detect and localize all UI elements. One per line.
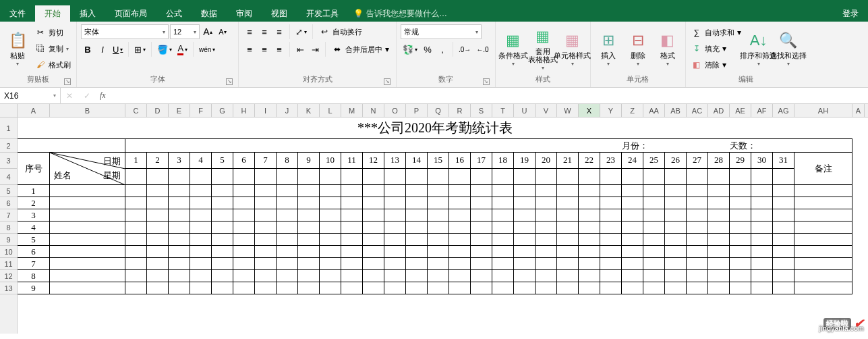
dialog-launcher-icon[interactable]: ↘	[226, 78, 233, 85]
table-row[interactable]: 9	[18, 282, 852, 294]
row-header-7[interactable]: 7	[0, 209, 17, 221]
col-header-E[interactable]: E	[169, 104, 190, 117]
tab-file[interactable]: 文件	[0, 5, 35, 22]
italic-button[interactable]: I	[96, 42, 109, 57]
table-row[interactable]: 6	[18, 246, 852, 258]
align-middle-button[interactable]: ≡	[258, 24, 271, 39]
col-header-AB[interactable]: AB	[665, 104, 687, 117]
comma-button[interactable]: ,	[436, 42, 449, 57]
cell-styles-button[interactable]: ▦单元格样式▾	[559, 24, 586, 73]
align-center-button[interactable]: ≡	[258, 42, 271, 57]
col-header-G[interactable]: G	[212, 104, 233, 117]
row-header-5[interactable]: 5	[0, 185, 17, 197]
underline-button[interactable]: U▾	[111, 42, 125, 57]
row-header-13[interactable]: 13	[0, 282, 17, 294]
col-header-F[interactable]: F	[190, 104, 212, 117]
borders-button[interactable]: ⊞▾	[132, 42, 148, 57]
cancel-formula-button[interactable]: ✕	[61, 91, 78, 101]
col-header-B[interactable]: B	[50, 104, 125, 117]
tab-review[interactable]: 审阅	[227, 5, 262, 22]
increase-indent-button[interactable]: ⇥	[308, 42, 322, 57]
font-color-button[interactable]: A▾	[175, 42, 190, 57]
dialog-launcher-icon[interactable]: ↘	[483, 78, 490, 85]
conditional-format-button[interactable]: ▦条件格式▾	[500, 24, 527, 73]
col-header-W[interactable]: W	[557, 104, 579, 117]
tell-me-search[interactable]: 💡 告诉我您想要做什么…	[353, 5, 447, 22]
increase-font-button[interactable]: A▴	[201, 24, 214, 39]
accept-formula-button[interactable]: ✓	[78, 91, 96, 101]
col-header-A[interactable]: A	[18, 104, 50, 117]
row-header-9[interactable]: 9	[0, 234, 17, 246]
tab-data[interactable]: 数据	[192, 5, 227, 22]
col-header-P[interactable]: P	[406, 104, 428, 117]
clear-button[interactable]: ◧清除▾	[690, 57, 743, 72]
col-header-AG[interactable]: AG	[773, 104, 794, 117]
accounting-format-button[interactable]: 💱▾	[401, 42, 419, 57]
table-row[interactable]: 7	[18, 258, 852, 270]
percent-button[interactable]: %	[421, 42, 434, 57]
format-cells-button[interactable]: ◧格式▾	[654, 24, 681, 73]
format-table-button[interactable]: ▦套用 表格格式▾	[529, 24, 556, 73]
align-right-button[interactable]: ≡	[272, 42, 286, 57]
sort-filter-button[interactable]: A↓排序和筛选▾	[745, 24, 772, 73]
delete-cells-button[interactable]: ⊟删除▾	[625, 24, 652, 73]
table-row[interactable]: 4	[18, 221, 852, 234]
row-header-8[interactable]: 8	[0, 221, 17, 234]
row-header-3[interactable]: 3	[0, 153, 17, 169]
col-header-U[interactable]: U	[514, 104, 536, 117]
table-row[interactable]: 5	[18, 234, 852, 246]
decrease-font-button[interactable]: A▾	[216, 24, 229, 39]
col-header-T[interactable]: T	[492, 104, 514, 117]
merge-center-button[interactable]: ⬌合并后居中▾	[329, 42, 392, 57]
table-row[interactable]: 1	[18, 185, 852, 197]
col-header-M[interactable]: M	[341, 104, 363, 117]
name-box[interactable]: X16▾	[0, 88, 61, 103]
col-header-I[interactable]: I	[255, 104, 277, 117]
col-header-O[interactable]: O	[384, 104, 406, 117]
select-all-corner[interactable]	[0, 104, 18, 117]
autosum-button[interactable]: ∑自动求和▾	[690, 25, 743, 40]
decrease-indent-button[interactable]: ⇤	[293, 42, 307, 57]
fill-color-button[interactable]: 🪣▾	[155, 42, 174, 57]
col-header-N[interactable]: N	[363, 104, 384, 117]
col-header-S[interactable]: S	[471, 104, 492, 117]
row-header-11[interactable]: 11	[0, 258, 17, 270]
tab-page-layout[interactable]: 页面布局	[105, 5, 156, 22]
decrease-decimal-button[interactable]: ←.0	[474, 42, 490, 57]
row-header-12[interactable]: 12	[0, 270, 17, 282]
col-header-Y[interactable]: Y	[600, 104, 622, 117]
col-header-Z[interactable]: Z	[622, 104, 643, 117]
wrap-text-button[interactable]: ↩自动换行	[316, 24, 365, 39]
paste-button[interactable]: 📋 粘贴 ▾	[4, 24, 31, 73]
cut-button[interactable]: ✂剪切	[34, 25, 72, 40]
col-header-AA[interactable]: AA	[643, 104, 665, 117]
col-header-C[interactable]: C	[125, 104, 147, 117]
increase-decimal-button[interactable]: .0→	[457, 42, 473, 57]
fill-button[interactable]: ↧填充▾	[690, 41, 743, 56]
col-header-D[interactable]: D	[147, 104, 169, 117]
tab-view[interactable]: 视图	[262, 5, 297, 22]
col-header-AE[interactable]: AE	[730, 104, 751, 117]
col-header-AC[interactable]: AC	[687, 104, 708, 117]
col-header-Q[interactable]: Q	[428, 104, 449, 117]
col-header-V[interactable]: V	[536, 104, 557, 117]
number-format-combo[interactable]: 常规▾	[401, 24, 482, 39]
col-header-K[interactable]: K	[298, 104, 320, 117]
row-header-1[interactable]: 1	[0, 118, 17, 139]
col-header-J[interactable]: J	[277, 104, 298, 117]
col-header-L[interactable]: L	[320, 104, 341, 117]
col-header-R[interactable]: R	[449, 104, 471, 117]
col-header-AH[interactable]: AH	[794, 104, 852, 117]
col-header-X[interactable]: X	[579, 104, 600, 117]
table-row[interactable]: 8	[18, 270, 852, 282]
align-top-button[interactable]: ≡	[243, 24, 256, 39]
col-header-A[interactable]: A	[852, 104, 865, 117]
align-bottom-button[interactable]: ≡	[272, 24, 286, 39]
bold-button[interactable]: B	[81, 42, 94, 57]
tab-developer[interactable]: 开发工具	[297, 5, 348, 22]
table-row[interactable]: 2	[18, 197, 852, 209]
table-row[interactable]: 3	[18, 209, 852, 221]
dialog-launcher-icon[interactable]: ↘	[64, 78, 71, 85]
tab-insert[interactable]: 插入	[70, 5, 105, 22]
row-header-2[interactable]: 2	[0, 139, 17, 153]
